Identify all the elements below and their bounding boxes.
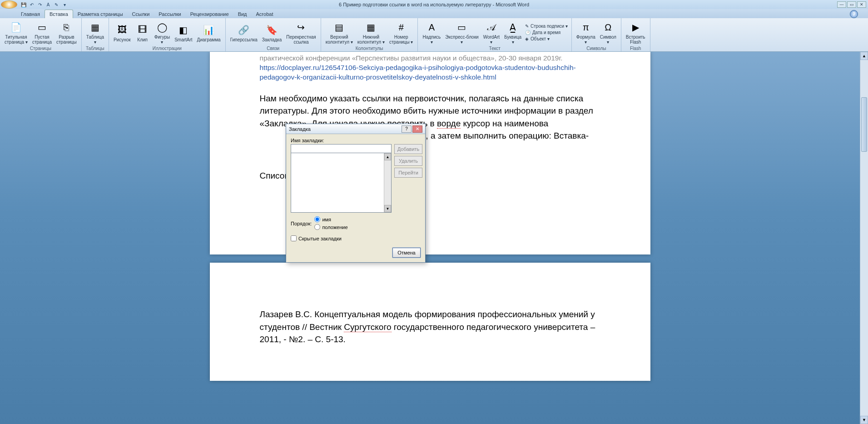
dropcap-button[interactable]: A̲Буквица▾ — [502, 19, 523, 45]
picture-button[interactable]: 🖼Рисунок — [112, 19, 133, 45]
window-controls: — ▭ ✕ — [837, 1, 866, 8]
ribbon-group: AНадпись▾▭Экспресс-блоки▾𝒜WordArt▾A̲Букв… — [418, 18, 571, 51]
table-label: Таблица▾ — [86, 35, 104, 45]
eraser-icon[interactable]: ✎ — [53, 1, 60, 8]
page-2: Лазарев В.С. Концептуальная модель форми… — [210, 263, 650, 381]
vertical-scrollbar[interactable]: ▲ ▼ — [860, 52, 868, 424]
crossref-button[interactable]: ↪Перекрестнаяссылка — [284, 19, 317, 45]
object-label: Объект ▾ — [531, 36, 550, 41]
hidden-bookmarks-checkbox[interactable] — [291, 235, 297, 241]
cancel-button[interactable]: Отмена — [392, 248, 421, 258]
dialog-titlebar[interactable]: Закладка ? ✕ — [286, 124, 425, 134]
page-1: практической конференции «Перспективы ра… — [210, 52, 650, 254]
tab-references[interactable]: Ссылки — [128, 10, 154, 18]
scroll-down-button[interactable]: ▼ — [860, 416, 868, 424]
equation-icon: π — [579, 20, 593, 35]
bookmark-list[interactable]: ▲ ▼ — [291, 153, 392, 213]
ribbon: 📄Титульнаястраница ▾▭Пустаястраница⎘Разр… — [0, 18, 868, 52]
hyperlink-button[interactable]: 🔗Гиперссылка — [228, 19, 259, 45]
blank-page-button[interactable]: ▭Пустаястраница — [30, 19, 54, 45]
doc-text: практической конференции «Перспективы ра… — [260, 54, 600, 63]
shapes-button[interactable]: ◯Фигуры▾ — [153, 19, 172, 45]
signature-line-button[interactable]: ✎Строка подписи ▾ — [524, 23, 569, 29]
equation-button[interactable]: πФормула▾ — [575, 19, 597, 45]
quick-access-toolbar: 💾 ↶ ↷ A ✎ ▾ — [20, 1, 68, 8]
save-icon[interactable]: 💾 — [20, 1, 27, 8]
ribbon-group: 📄Титульнаястраница ▾▭Пустаястраница⎘Разр… — [0, 18, 82, 51]
symbol-label: Символ▾ — [600, 35, 616, 45]
clip-icon: 🎞 — [135, 23, 150, 37]
help-icon[interactable]: ? — [850, 10, 858, 18]
textbox-button[interactable]: AНадпись▾ — [421, 19, 442, 45]
bookmark-button[interactable]: 🔖Закладка — [260, 19, 283, 45]
tab-page-layout[interactable]: Разметка страницы — [73, 10, 128, 18]
symbol-button[interactable]: ΩСимвол▾ — [598, 19, 618, 45]
undo-icon[interactable]: ↶ — [28, 1, 35, 8]
tab-insert[interactable]: Вставка — [45, 10, 73, 18]
tab-view[interactable]: Вид — [233, 10, 252, 18]
clip-button[interactable]: 🎞Клип — [134, 19, 152, 45]
group-label: Страницы — [30, 45, 51, 51]
close-button[interactable]: ✕ — [857, 1, 866, 8]
dropcap-label: Буквица▾ — [504, 35, 521, 45]
tab-home[interactable]: Главная — [16, 10, 45, 18]
ribbon-group: 🔗Гиперссылка🔖Закладка↪Перекрестнаяссылка… — [226, 18, 321, 51]
dialog-title: Закладка — [289, 126, 401, 132]
embed-flash-button[interactable]: ▶ВстроитьFlash — [624, 19, 647, 45]
blank-page-icon: ▭ — [35, 20, 49, 35]
signature-line-label: Строка подписи ▾ — [531, 24, 568, 29]
wordart-button[interactable]: 𝒜WordArt▾ — [481, 19, 502, 45]
scroll-up-button[interactable]: ▲ — [860, 52, 868, 60]
qat-dropdown-icon[interactable]: ▾ — [61, 1, 68, 8]
bookmark-icon: 🔖 — [265, 23, 279, 37]
sort-name-radio[interactable]: имя — [314, 216, 347, 222]
redo-icon[interactable]: ↷ — [36, 1, 44, 8]
equation-label: Формула▾ — [576, 35, 595, 45]
minimize-button[interactable]: — — [837, 1, 846, 8]
ribbon-group: ▶ВстроитьFlashFlash — [621, 18, 650, 51]
list-scroll-down[interactable]: ▼ — [384, 205, 391, 212]
date-time-button[interactable]: 🕐Дата и время — [524, 30, 569, 35]
scroll-thumb[interactable] — [861, 97, 867, 152]
goto-button[interactable]: Перейти — [394, 168, 422, 178]
sort-position-radio[interactable]: положение — [314, 224, 347, 230]
dialog-close-button[interactable]: ✕ — [412, 125, 422, 133]
chart-button[interactable]: 📊Диаграмма — [195, 19, 223, 45]
hidden-bookmarks-label: Скрытые закладки — [298, 236, 342, 241]
textbox-label: Надпись▾ — [422, 35, 441, 45]
ribbon-group: πФормула▾ΩСимвол▾Символы — [572, 18, 621, 51]
add-button[interactable]: Добавить — [394, 144, 422, 154]
smartart-button[interactable]: ◧SmartArt — [173, 19, 194, 45]
title-bar: 💾 ↶ ↷ A ✎ ▾ 6 Пример подготовки ссылки в… — [0, 0, 868, 9]
picture-label: Рисунок — [114, 37, 131, 42]
date-time-icon: 🕐 — [525, 30, 531, 35]
tab-review[interactable]: Рецензирование — [186, 10, 233, 18]
cover-page-button[interactable]: 📄Титульнаястраница ▾ — [3, 19, 30, 45]
table-button[interactable]: ▦Таблица▾ — [84, 19, 106, 45]
office-button[interactable] — [1, 0, 17, 9]
ribbon-tabs: Главная Вставка Разметка страницы Ссылки… — [0, 9, 868, 18]
footer-button[interactable]: ▦Нижнийколонтитул ▾ — [356, 19, 387, 45]
header-button[interactable]: ▤Верхнийколонтитул ▾ — [324, 19, 355, 45]
list-scroll-up[interactable]: ▲ — [384, 153, 391, 160]
bookmark-name-input[interactable] — [291, 144, 392, 153]
tab-acrobat[interactable]: Acrobat — [252, 10, 278, 18]
hyperlink-label: Гиперссылка — [230, 37, 258, 42]
dialog-help-button[interactable]: ? — [402, 125, 412, 133]
bookmark-dialog: Закладка ? ✕ Имя закладки: ▲ ▼ Добавить … — [286, 124, 426, 263]
wordart-icon: 𝒜 — [484, 20, 499, 35]
delete-button[interactable]: Удалить — [394, 156, 422, 166]
quickparts-button[interactable]: ▭Экспресс-блоки▾ — [443, 19, 480, 45]
object-button[interactable]: ◈Объект ▾ — [524, 36, 569, 42]
group-label: Связи — [267, 45, 279, 51]
quickparts-icon: ▭ — [455, 20, 469, 35]
page-break-button[interactable]: ⎘Разрывстраницы — [55, 19, 79, 45]
page-break-icon: ⎘ — [59, 20, 74, 35]
page-number-button[interactable]: #Номерстраницы ▾ — [387, 19, 415, 45]
document-area: практической конференции «Перспективы ра… — [0, 52, 860, 424]
ribbon-group: ▤Верхнийколонтитул ▾▦Нижнийколонтитул ▾#… — [321, 18, 418, 51]
tab-mailings[interactable]: Рассылки — [154, 10, 185, 18]
blank-page-label: Пустаястраница — [32, 35, 52, 45]
format-icon[interactable]: A — [45, 1, 52, 8]
maximize-button[interactable]: ▭ — [847, 1, 856, 8]
